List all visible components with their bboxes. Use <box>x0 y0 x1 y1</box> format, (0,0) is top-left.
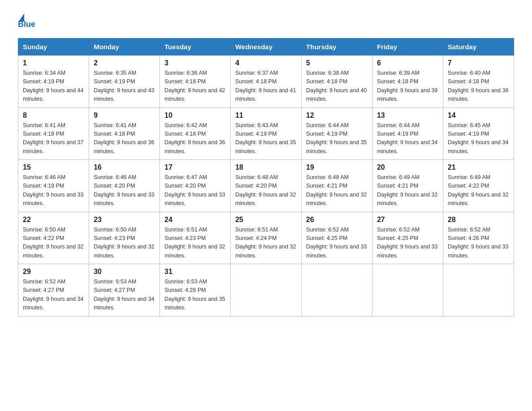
calendar-cell: 7 Sunrise: 6:40 AMSunset: 4:18 PMDayligh… <box>443 56 514 108</box>
day-number: 25 <box>235 216 296 224</box>
calendar-cell: 2 Sunrise: 6:35 AMSunset: 4:19 PMDayligh… <box>89 56 160 108</box>
header-day-tuesday: Tuesday <box>160 39 231 56</box>
day-info: Sunrise: 6:53 AMSunset: 4:27 PMDaylight:… <box>94 278 154 311</box>
calendar-cell: 27 Sunrise: 6:52 AMSunset: 4:25 PMDaylig… <box>372 212 443 264</box>
day-info: Sunrise: 6:42 AMSunset: 4:18 PMDaylight:… <box>164 122 225 154</box>
page-header: Blue <box>18 13 514 29</box>
calendar-cell: 21 Sunrise: 6:49 AMSunset: 4:22 PMDaylig… <box>443 160 514 212</box>
calendar-cell: 23 Sunrise: 6:50 AMSunset: 4:23 PMDaylig… <box>89 212 160 264</box>
day-info: Sunrise: 6:51 AMSunset: 4:24 PMDaylight:… <box>235 227 296 259</box>
calendar-cell: 15 Sunrise: 6:46 AMSunset: 4:19 PMDaylig… <box>18 160 89 212</box>
calendar-cell: 3 Sunrise: 6:36 AMSunset: 4:18 PMDayligh… <box>160 56 231 108</box>
header-day-sunday: Sunday <box>18 39 89 56</box>
day-info: Sunrise: 6:48 AMSunset: 4:20 PMDaylight:… <box>235 174 296 206</box>
day-info: Sunrise: 6:48 AMSunset: 4:21 PMDaylight:… <box>306 174 367 206</box>
calendar-cell: 12 Sunrise: 6:44 AMSunset: 4:19 PMDaylig… <box>301 107 372 160</box>
day-number: 27 <box>377 216 438 224</box>
day-info: Sunrise: 6:49 AMSunset: 4:21 PMDaylight:… <box>377 174 438 206</box>
calendar-cell: 10 Sunrise: 6:42 AMSunset: 4:18 PMDaylig… <box>160 107 231 160</box>
header-day-monday: Monday <box>89 39 160 56</box>
day-number: 13 <box>377 111 438 120</box>
day-number: 8 <box>23 111 84 120</box>
day-info: Sunrise: 6:52 AMSunset: 4:25 PMDaylight:… <box>306 227 367 259</box>
day-info: Sunrise: 6:43 AMSunset: 4:19 PMDaylight:… <box>235 122 296 154</box>
day-info: Sunrise: 6:52 AMSunset: 4:25 PMDaylight:… <box>377 227 438 259</box>
logo-subtitle: Blue <box>18 20 35 29</box>
day-info: Sunrise: 6:41 AMSunset: 4:18 PMDaylight:… <box>23 122 84 154</box>
header-row: SundayMondayTuesdayWednesdayThursdayFrid… <box>18 39 514 56</box>
day-number: 14 <box>448 111 509 120</box>
calendar-cell: 16 Sunrise: 6:46 AMSunset: 4:20 PMDaylig… <box>89 160 160 212</box>
week-row-1: 1 Sunrise: 6:34 AMSunset: 4:19 PMDayligh… <box>18 56 514 108</box>
calendar-cell: 14 Sunrise: 6:45 AMSunset: 4:19 PMDaylig… <box>443 107 514 160</box>
calendar-header: SundayMondayTuesdayWednesdayThursdayFrid… <box>18 39 514 56</box>
calendar-cell: 22 Sunrise: 6:50 AMSunset: 4:22 PMDaylig… <box>18 212 89 264</box>
day-info: Sunrise: 6:47 AMSunset: 4:20 PMDaylight:… <box>164 174 225 206</box>
calendar-cell <box>231 264 301 317</box>
day-number: 31 <box>164 268 226 276</box>
calendar-cell: 31 Sunrise: 6:53 AMSunset: 4:28 PMDaylig… <box>160 264 231 317</box>
logo: Blue <box>18 13 35 29</box>
calendar-cell: 11 Sunrise: 6:43 AMSunset: 4:19 PMDaylig… <box>231 107 301 160</box>
day-info: Sunrise: 6:41 AMSunset: 4:18 PMDaylight:… <box>94 122 154 154</box>
day-number: 18 <box>235 163 296 171</box>
day-number: 9 <box>94 111 155 120</box>
calendar-cell: 6 Sunrise: 6:39 AMSunset: 4:18 PMDayligh… <box>372 56 443 108</box>
day-number: 23 <box>94 216 155 224</box>
day-number: 22 <box>23 216 84 224</box>
calendar-cell: 29 Sunrise: 6:52 AMSunset: 4:27 PMDaylig… <box>18 264 89 317</box>
day-number: 2 <box>94 59 155 67</box>
day-info: Sunrise: 6:50 AMSunset: 4:23 PMDaylight:… <box>94 227 154 259</box>
day-number: 21 <box>448 163 509 171</box>
calendar-cell: 19 Sunrise: 6:48 AMSunset: 4:21 PMDaylig… <box>301 160 372 212</box>
day-info: Sunrise: 6:38 AMSunset: 4:18 PMDaylight:… <box>306 70 367 102</box>
day-info: Sunrise: 6:46 AMSunset: 4:19 PMDaylight:… <box>23 174 84 206</box>
calendar-cell: 9 Sunrise: 6:41 AMSunset: 4:18 PMDayligh… <box>89 107 160 160</box>
calendar-cell: 1 Sunrise: 6:34 AMSunset: 4:19 PMDayligh… <box>18 56 89 108</box>
week-row-2: 8 Sunrise: 6:41 AMSunset: 4:18 PMDayligh… <box>18 107 514 160</box>
day-number: 12 <box>306 111 368 120</box>
calendar-cell: 4 Sunrise: 6:37 AMSunset: 4:18 PMDayligh… <box>231 56 301 108</box>
day-info: Sunrise: 6:53 AMSunset: 4:28 PMDaylight:… <box>164 278 225 311</box>
day-info: Sunrise: 6:45 AMSunset: 4:19 PMDaylight:… <box>448 122 509 154</box>
day-number: 10 <box>164 111 226 120</box>
day-info: Sunrise: 6:44 AMSunset: 4:19 PMDaylight:… <box>377 122 438 154</box>
day-number: 3 <box>164 59 226 67</box>
day-number: 19 <box>306 163 368 171</box>
day-info: Sunrise: 6:49 AMSunset: 4:22 PMDaylight:… <box>448 174 509 206</box>
calendar-cell: 5 Sunrise: 6:38 AMSunset: 4:18 PMDayligh… <box>301 56 372 108</box>
calendar-cell: 13 Sunrise: 6:44 AMSunset: 4:19 PMDaylig… <box>372 107 443 160</box>
header-day-wednesday: Wednesday <box>231 39 301 56</box>
day-number: 15 <box>23 163 84 171</box>
day-info: Sunrise: 6:51 AMSunset: 4:23 PMDaylight:… <box>164 227 225 259</box>
day-info: Sunrise: 6:50 AMSunset: 4:22 PMDaylight:… <box>23 227 84 259</box>
week-row-3: 15 Sunrise: 6:46 AMSunset: 4:19 PMDaylig… <box>18 160 514 212</box>
day-info: Sunrise: 6:46 AMSunset: 4:20 PMDaylight:… <box>94 174 154 206</box>
calendar-cell: 8 Sunrise: 6:41 AMSunset: 4:18 PMDayligh… <box>18 107 89 160</box>
day-info: Sunrise: 6:37 AMSunset: 4:18 PMDaylight:… <box>235 70 296 102</box>
day-number: 28 <box>448 216 509 224</box>
header-day-thursday: Thursday <box>301 39 372 56</box>
calendar-cell <box>301 264 372 317</box>
day-number: 6 <box>377 59 438 67</box>
day-number: 20 <box>377 163 438 171</box>
day-number: 17 <box>164 163 226 171</box>
day-number: 5 <box>306 59 368 67</box>
day-info: Sunrise: 6:44 AMSunset: 4:19 PMDaylight:… <box>306 122 367 154</box>
week-row-5: 29 Sunrise: 6:52 AMSunset: 4:27 PMDaylig… <box>18 264 514 317</box>
calendar-cell <box>372 264 443 317</box>
day-number: 30 <box>94 268 155 276</box>
calendar-cell: 17 Sunrise: 6:47 AMSunset: 4:20 PMDaylig… <box>160 160 231 212</box>
calendar-cell: 25 Sunrise: 6:51 AMSunset: 4:24 PMDaylig… <box>231 212 301 264</box>
day-number: 1 <box>23 59 84 67</box>
calendar-cell <box>443 264 514 317</box>
calendar-cell: 28 Sunrise: 6:52 AMSunset: 4:26 PMDaylig… <box>443 212 514 264</box>
day-number: 11 <box>235 111 296 120</box>
calendar-body: 1 Sunrise: 6:34 AMSunset: 4:19 PMDayligh… <box>18 56 514 317</box>
calendar-table: SundayMondayTuesdayWednesdayThursdayFrid… <box>18 38 514 317</box>
day-number: 26 <box>306 216 368 224</box>
day-number: 4 <box>235 59 296 67</box>
calendar-cell: 26 Sunrise: 6:52 AMSunset: 4:25 PMDaylig… <box>301 212 372 264</box>
header-day-friday: Friday <box>372 39 443 56</box>
calendar-cell: 24 Sunrise: 6:51 AMSunset: 4:23 PMDaylig… <box>160 212 231 264</box>
